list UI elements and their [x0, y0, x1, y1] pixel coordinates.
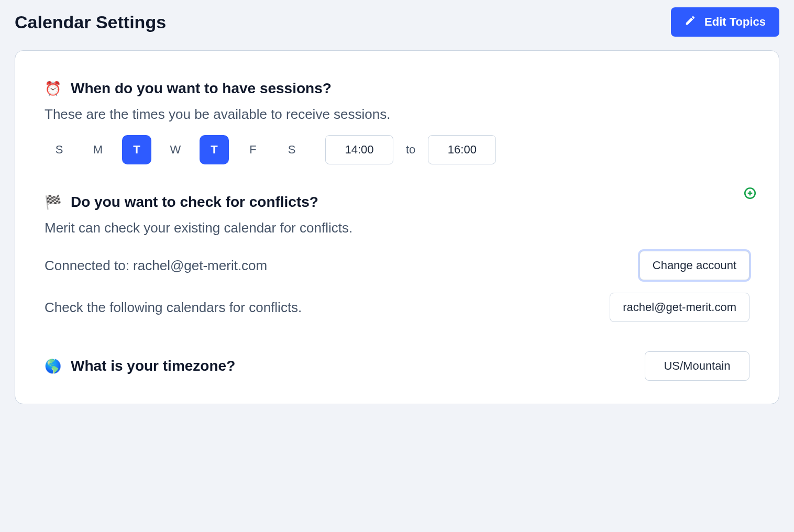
- settings-card: ⏰ When do you want to have sessions? The…: [15, 50, 779, 404]
- edit-topics-button[interactable]: Edit Topics: [671, 7, 779, 37]
- conflicts-section: 🏁 Do you want to check for conflicts? Me…: [45, 194, 749, 322]
- day-toggle-sun[interactable]: S: [45, 135, 74, 164]
- globe-icon: 🌎: [45, 359, 61, 373]
- edit-topics-label: Edit Topics: [704, 15, 766, 29]
- from-time-input[interactable]: [325, 135, 393, 164]
- day-toggle-thu[interactable]: T: [200, 135, 229, 164]
- change-account-button[interactable]: Change account: [639, 251, 749, 280]
- connected-account-label: Connected to: rachel@get-merit.com: [45, 258, 267, 274]
- sessions-section: ⏰ When do you want to have sessions? The…: [45, 80, 749, 164]
- add-availability-button[interactable]: [742, 186, 758, 202]
- page-header: Calendar Settings Edit Topics: [15, 0, 779, 50]
- pencil-icon: [685, 15, 696, 29]
- to-label: to: [403, 143, 418, 157]
- alarm-clock-icon: ⏰: [45, 82, 61, 95]
- day-toggle-wed[interactable]: W: [161, 135, 190, 164]
- check-calendars-label: Check the following calendars for confli…: [45, 300, 302, 316]
- change-account-label: Change account: [653, 259, 736, 272]
- plus-circle-icon: [743, 186, 757, 202]
- conflicts-subtitle: Merit can check your existing calendar f…: [45, 220, 749, 236]
- conflicts-title: Do you want to check for conflicts?: [71, 194, 318, 210]
- day-toggle-mon[interactable]: M: [83, 135, 113, 164]
- day-toggle-sat[interactable]: S: [277, 135, 306, 164]
- availability-row: S M T W T F S to: [45, 135, 749, 164]
- calendar-selected-value: rachel@get-merit.com: [623, 301, 736, 314]
- timezone-selected-value: US/Mountain: [664, 359, 730, 372]
- page-title: Calendar Settings: [15, 12, 166, 32]
- sessions-subtitle: These are the times you be available to …: [45, 106, 749, 123]
- calendar-select[interactable]: rachel@get-merit.com: [610, 293, 749, 322]
- timezone-section: 🌎 What is your timezone? US/Mountain: [45, 351, 749, 381]
- day-toggle-fri[interactable]: F: [238, 135, 268, 164]
- timezone-select[interactable]: US/Mountain: [645, 351, 749, 381]
- sessions-title: When do you want to have sessions?: [71, 80, 332, 97]
- timezone-title: What is your timezone?: [71, 358, 235, 374]
- day-toggle-tue[interactable]: T: [122, 135, 151, 164]
- to-time-input[interactable]: [428, 135, 496, 164]
- chequered-flag-icon: 🏁: [45, 195, 61, 209]
